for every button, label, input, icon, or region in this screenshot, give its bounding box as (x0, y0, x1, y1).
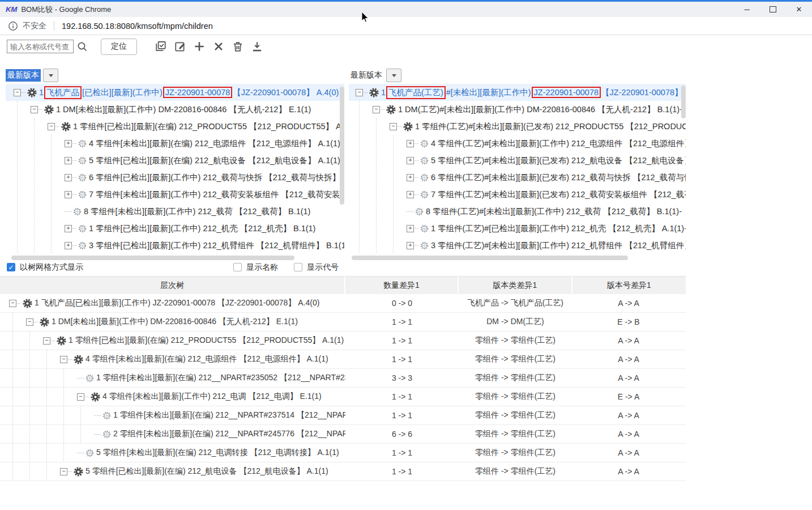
collapse-icon[interactable]: − (31, 106, 38, 113)
branch-connector (414, 228, 418, 229)
table-row[interactable]: −1 零组件[已检出][最新](在编) 212_PRODUCT55 【212_P… (0, 332, 686, 350)
export-button[interactable] (250, 40, 264, 53)
table-row[interactable]: −1 飞机产品[已检出][最新](工作中) JZ-220901-00078 【J… (0, 294, 686, 313)
qty-diff-cell: 1 -> 1 (345, 355, 459, 364)
tree-row[interactable]: +1 零组件(工艺)#[已检出][最新](工作中) 212_机壳 【212_机壳… (349, 220, 686, 237)
tree-row[interactable]: −1 零组件(工艺)#[未检出][最新](已发布) 212_PRODUCT55 … (349, 118, 686, 135)
table-row[interactable]: −4 零组件[未检出][最新](工作中) 212_电调 【212_电调】 E.1… (0, 388, 686, 406)
table-row[interactable]: 1 零组件[未检出][最新](在编) 212__NPART#237514 【21… (0, 406, 686, 425)
tree-row[interactable]: +7 零组件[未检出][最新](工作中) 212_载荷安装板组件 【212_载荷… (6, 186, 344, 203)
maximize-button[interactable] (760, 2, 786, 17)
magnifier-icon[interactable] (76, 41, 88, 52)
gear-outline-icon (420, 173, 429, 182)
leaf-connector (77, 378, 84, 379)
collapse-icon[interactable]: − (373, 106, 380, 113)
tree-row[interactable]: +6 零组件(工艺)#[未检出][最新](已发布) 212_载荷与快拆 【212… (349, 169, 686, 186)
tree-cell: −1 飞机产品[已检出][最新](工作中) JZ-220901-00078 【J… (0, 294, 345, 312)
close-button[interactable]: ✕ (786, 2, 812, 17)
tree-row[interactable]: +4 零组件[未检出][最新](在编) 212_电源组件 【212_电源组件】 … (6, 135, 344, 152)
expand-icon[interactable]: + (407, 174, 414, 181)
tree-row[interactable]: −1 零组件[已检出][最新](在编) 212_PRODUCT55 【212_P… (6, 118, 344, 135)
table-row[interactable]: 5 零组件[未检出][最新](在编) 212_电调转接 【212_电调转接】 A… (0, 444, 686, 462)
expand-icon[interactable]: + (65, 225, 72, 232)
locate-button[interactable]: 定位 (101, 39, 137, 55)
branch-connector (39, 109, 42, 110)
expand-icon[interactable]: + (65, 191, 72, 198)
expand-icon[interactable]: + (65, 174, 72, 181)
tree-row[interactable]: −1 飞机产品[已检出][最新](工作中)JZ-220901-00078【JZ-… (6, 84, 344, 101)
delete-button[interactable] (231, 40, 245, 53)
download-icon (251, 40, 263, 53)
tree-grid-checkbox[interactable] (7, 263, 15, 271)
version-value[interactable]: 最新版本 (6, 69, 41, 82)
expand-icon[interactable]: + (407, 242, 414, 249)
table-row[interactable]: 1 零组件[未检出][最新](在编) 212__NPART#235052 【21… (0, 369, 686, 388)
leaf-connector (77, 453, 84, 453)
expand-icon[interactable]: + (65, 242, 72, 249)
collapse-icon[interactable]: − (43, 337, 50, 345)
tree-row[interactable]: +7 零组件(工艺)#[未检出][最新](已发布) 212_载荷安装板组件 【2… (349, 186, 686, 203)
tree-row[interactable]: +4 零组件(工艺)#[未检出][最新](工作中) 212_电源组件 【212_… (349, 135, 686, 152)
tree-guide-line (9, 313, 26, 331)
version-diff-cell: A -> A (572, 411, 685, 420)
table-row[interactable]: 2 零组件[未检出][最新](在编) 212__NPART#245776 【21… (0, 425, 686, 444)
show-name-checkbox[interactable] (233, 263, 242, 271)
vertical-scrollbar-thumb[interactable] (681, 86, 686, 118)
tree-row[interactable]: +5 零组件[已检出][最新](在编) 212_航电设备 【212_航电设备】 … (6, 152, 344, 169)
grid-header: 层次树 数量差异1 版本类差异1 版本号差异1 (0, 277, 686, 294)
version-diff-cell: E -> B (572, 317, 685, 326)
collapse-icon[interactable]: − (77, 393, 84, 401)
edit-button[interactable] (173, 40, 187, 53)
version-selector-left: 最新版本 (6, 69, 344, 82)
vertical-scrollbar-thumb[interactable] (340, 87, 344, 205)
expand-icon[interactable]: + (65, 140, 72, 147)
tree-guide-line (43, 444, 60, 462)
tree-row[interactable]: −1 DM(工艺)#[未检出][最新](工作中) DM-220816-00846… (349, 101, 686, 118)
tree-guide-line (373, 152, 390, 169)
collapse-icon[interactable]: − (390, 123, 397, 130)
table-row[interactable]: −1 DM[未检出][最新](工作中) DM-220816-00846 【无人机… (0, 313, 686, 332)
dropdown-arrow-button[interactable] (43, 69, 58, 82)
add-button[interactable] (193, 40, 206, 53)
info-circle-icon[interactable] (8, 21, 18, 31)
gear-outline-icon (78, 190, 87, 199)
collapse-icon[interactable]: − (9, 300, 16, 307)
minimize-button[interactable]: ─ (734, 2, 760, 17)
version-value[interactable]: 最新版本 (349, 69, 384, 82)
tree-row[interactable]: −1 飞机产品(工艺)#[未检出][最新](工作中)JZ-220901-0007… (349, 84, 686, 101)
dropdown-arrow-button[interactable] (386, 69, 401, 82)
table-row[interactable]: −5 零组件[已检出][最新](在编) 212_航电设备 【212_航电设备】 … (0, 462, 686, 481)
tree-row[interactable]: +1 零组件[已检出][最新](工作中) 212_机壳 【212_机壳】 B.1… (6, 220, 344, 237)
collapse-icon[interactable]: − (26, 318, 33, 326)
url-text[interactable]: 192.168.50.18:8080/kmsoft/mpm/children (62, 22, 213, 31)
expand-icon[interactable]: + (407, 225, 414, 232)
collapse-icon[interactable]: − (60, 356, 67, 363)
tree-row-label: 5 零组件[已检出][最新](在编) 212_航电设备 【212_航电设备】 A… (89, 155, 340, 166)
source-bom-tree-panel: 最新版本 −1 飞机产品[已检出][最新](工作中)JZ-220901-0007… (6, 69, 344, 260)
remove-button[interactable] (212, 40, 225, 53)
expand-icon[interactable]: + (407, 140, 414, 147)
expand-icon[interactable]: + (407, 157, 414, 164)
collapse-icon[interactable]: − (48, 123, 55, 130)
security-label[interactable]: 不安全 (23, 21, 46, 31)
tree-row[interactable]: +6 零组件[已检出][最新](工作中) 212_载荷与快拆 【212_载荷与快… (6, 169, 344, 186)
tree-row[interactable]: 8 零组件(工艺)#[未检出][最新](工作中) 212_载荷 【212_载荷】… (349, 203, 686, 220)
collapse-icon[interactable]: − (60, 468, 67, 475)
search-input[interactable] (7, 40, 74, 53)
expand-icon[interactable]: + (65, 157, 72, 164)
expand-icon[interactable]: + (407, 191, 414, 198)
tree-row[interactable]: +5 零组件(工艺)#[未检出][最新](已发布) 212_航电设备 【212_… (349, 152, 686, 169)
tree-row[interactable]: 8 零组件[未检出][最新](工作中) 212_载荷 【212_载荷】 B.1(… (6, 203, 344, 220)
tree-row[interactable]: +3 零组件[已检出][最新](工作中) 212_机臂组件 【212_机臂组件】… (6, 237, 344, 254)
collapse-icon[interactable]: − (14, 89, 21, 96)
table-row[interactable]: −4 零组件[未检出][最新](在编) 212_电源组件 【212_电源组件】 … (0, 350, 686, 369)
tree-guide-line (31, 186, 48, 203)
tree-guide-line (373, 169, 390, 186)
tree-row-label: 7 零组件[未检出][最新](工作中) 212_载荷安装板组件 【212_载荷安… (89, 189, 344, 200)
show-code-checkbox[interactable] (294, 263, 302, 271)
copy-button[interactable] (154, 40, 168, 53)
tree-row[interactable]: +3 零组件(工艺)#[未检出][最新](工作中) 212_机臂组件 【212_… (349, 237, 686, 254)
tree-row[interactable]: −1 DM[未检出][最新](工作中) DM-220816-00846 【无人机… (6, 101, 344, 118)
diff-highlight-box: 飞机产品 (44, 86, 82, 99)
collapse-icon[interactable]: − (356, 89, 363, 96)
